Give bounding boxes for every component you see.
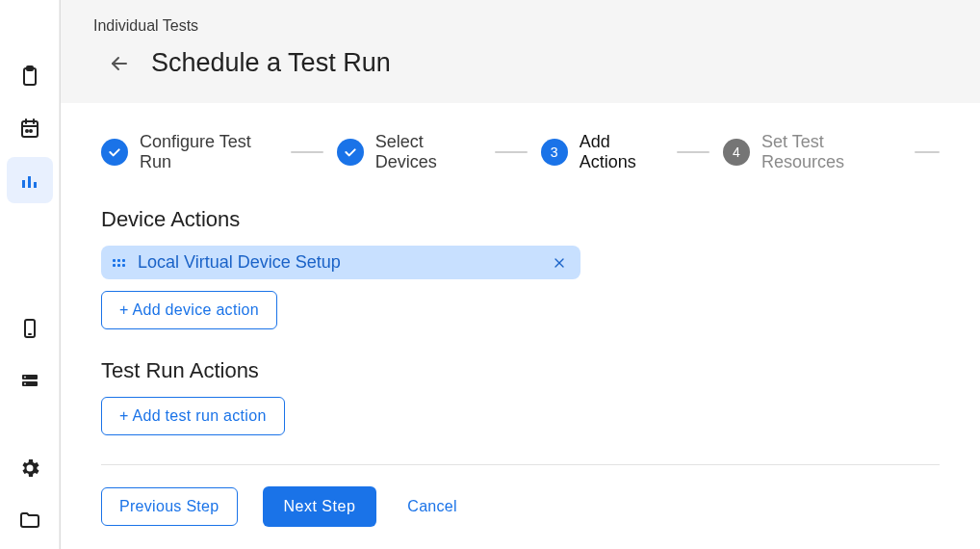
check-icon [343,144,358,160]
clipboard-icon [18,65,41,88]
nav-device[interactable] [7,305,53,352]
step-connector [915,151,940,153]
step-2-label: Select Devices [375,132,481,172]
footer-divider [101,464,940,465]
device-action-chip[interactable]: Local Virtual Device Setup [101,246,580,279]
step-2-indicator [337,139,364,166]
nav-clipboard[interactable] [7,53,53,99]
svg-rect-8 [22,180,25,188]
nav-server[interactable] [7,357,53,404]
step-connector [495,151,528,153]
content: Configure Test Run Select Devices 3 Add … [61,103,980,549]
step-4-label: Set Test Resources [761,132,901,172]
step-4-indicator: 4 [723,139,750,166]
step-3-indicator: 3 [541,139,568,166]
step-1-label: Configure Test Run [140,132,277,172]
step-connector [677,151,709,153]
gear-icon [18,457,41,480]
nav-settings[interactable] [7,445,53,491]
device-actions-title: Device Actions [101,207,940,232]
step-3-label: Add Actions [580,132,663,172]
test-run-actions-section: Test Run Actions + Add test run action [101,358,940,435]
step-3[interactable]: 3 Add Actions [541,132,663,172]
add-device-action-button[interactable]: + Add device action [101,291,277,329]
chip-remove-button[interactable] [550,253,569,273]
step-1-indicator [101,139,128,166]
main-panel: Individual Tests Schedule a Test Run Con… [61,0,980,549]
sidebar [0,0,60,549]
device-action-chip-label: Local Virtual Device Setup [138,252,550,273]
test-run-actions-title: Test Run Actions [101,358,940,383]
previous-step-button[interactable]: Previous Step [101,487,238,526]
nav-analytics[interactable] [7,157,53,203]
smartphone-icon [18,317,41,340]
bar-chart-icon [18,169,41,192]
close-icon [552,255,567,271]
svg-rect-2 [22,121,38,137]
stepper: Configure Test Run Select Devices 3 Add … [101,132,940,172]
nav-folder[interactable] [7,497,53,543]
folder-icon [18,509,41,532]
step-1[interactable]: Configure Test Run [101,132,277,172]
svg-point-7 [30,130,32,132]
cancel-button[interactable]: Cancel [401,488,463,525]
calendar-icon [18,117,41,140]
svg-rect-1 [27,66,33,70]
arrow-left-icon [108,52,131,75]
svg-rect-9 [28,176,31,188]
breadcrumb[interactable]: Individual Tests [93,17,980,35]
back-button[interactable] [105,49,134,78]
svg-point-6 [26,130,28,132]
svg-point-16 [24,383,26,385]
device-actions-section: Device Actions Local Virtual Device Setu… [101,207,940,329]
add-test-run-action-button[interactable]: + Add test run action [101,397,285,435]
page-title: Schedule a Test Run [151,48,391,78]
nav-calendar[interactable] [7,105,53,151]
step-2[interactable]: Select Devices [337,132,481,172]
svg-rect-10 [34,182,37,188]
next-step-button[interactable]: Next Step [263,486,377,527]
svg-point-15 [24,377,26,379]
drag-handle-icon[interactable] [111,255,126,271]
step-4[interactable]: 4 Set Test Resources [723,132,901,172]
header: Individual Tests Schedule a Test Run [61,0,980,103]
check-icon [107,144,122,160]
footer: Previous Step Next Step Cancel [101,486,940,527]
step-connector [291,151,323,153]
server-icon [18,369,41,392]
